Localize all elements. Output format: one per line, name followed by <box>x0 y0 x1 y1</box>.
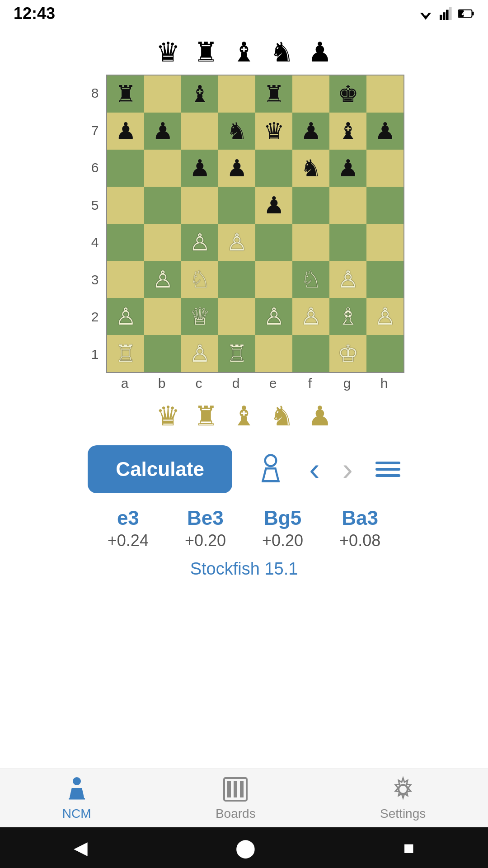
suggestion-be3[interactable]: Be3 +0.20 <box>185 507 226 550</box>
cell-e7[interactable]: ♛ <box>255 113 292 150</box>
cell-f2[interactable]: ♙ <box>292 298 329 335</box>
file-g: g <box>328 373 366 391</box>
cell-d7[interactable]: ♞ <box>218 113 255 150</box>
suggestion-e3[interactable]: e3 +0.24 <box>108 507 149 550</box>
cell-f4[interactable] <box>292 224 329 261</box>
cell-c2[interactable]: ♕ <box>181 298 218 335</box>
cell-f6[interactable]: ♞ <box>292 150 329 187</box>
black-rook-selector[interactable]: ♜ <box>194 36 218 68</box>
piece-c6: ♟ <box>189 156 211 180</box>
cell-b8[interactable] <box>144 75 181 113</box>
cell-b1[interactable] <box>144 335 181 372</box>
black-bishop-selector[interactable]: ♝ <box>232 36 256 68</box>
cell-e5[interactable]: ♟ <box>255 187 292 224</box>
cell-g6[interactable]: ♟ <box>329 150 366 187</box>
cell-d2[interactable] <box>218 298 255 335</box>
svg-rect-6 <box>449 7 452 20</box>
suggestion-ba3[interactable]: Ba3 +0.08 <box>339 507 380 550</box>
cell-f1[interactable] <box>292 335 329 372</box>
nav-boards[interactable]: Boards <box>216 776 256 821</box>
android-nav: ◀ ⬤ ■ <box>0 827 488 868</box>
nav-settings[interactable]: Settings <box>380 776 426 821</box>
cell-d3[interactable] <box>218 261 255 298</box>
cell-h4[interactable] <box>366 224 404 261</box>
cell-a7[interactable]: ♟ <box>107 113 144 150</box>
cell-h7[interactable]: ♟ <box>366 113 404 150</box>
chess-board[interactable]: ♜♝♜♚♟♟♞♛♟♝♟♟♟♞♟♟♙♙♙♘♘♙♙♕♙♙♗♙♖♙♖♔ <box>106 75 404 373</box>
piece-a7: ♟ <box>115 119 136 143</box>
cell-c6[interactable]: ♟ <box>181 150 218 187</box>
cell-e6[interactable] <box>255 150 292 187</box>
next-arrow-icon[interactable]: › <box>343 451 353 487</box>
cell-c5[interactable] <box>181 187 218 224</box>
cell-e4[interactable] <box>255 224 292 261</box>
cell-f5[interactable] <box>292 187 329 224</box>
cell-e1[interactable] <box>255 335 292 372</box>
cell-g1[interactable]: ♔ <box>329 335 366 372</box>
piece-c4: ♙ <box>189 231 211 254</box>
cell-a1[interactable]: ♖ <box>107 335 144 372</box>
cell-b3[interactable]: ♙ <box>144 261 181 298</box>
cell-f8[interactable] <box>292 75 329 113</box>
cell-f7[interactable]: ♟ <box>292 113 329 150</box>
cell-b7[interactable]: ♟ <box>144 113 181 150</box>
cell-h1[interactable] <box>366 335 404 372</box>
file-a: a <box>106 373 143 391</box>
cell-d5[interactable] <box>218 187 255 224</box>
cell-c7[interactable] <box>181 113 218 150</box>
cell-a6[interactable] <box>107 150 144 187</box>
cell-h6[interactable] <box>366 150 404 187</box>
nav-ncm[interactable]: NCM <box>62 776 91 821</box>
cell-d1[interactable]: ♖ <box>218 335 255 372</box>
back-button[interactable]: ◀ <box>74 837 88 858</box>
cell-h5[interactable] <box>366 187 404 224</box>
recents-button[interactable]: ■ <box>404 838 414 858</box>
calculate-button[interactable]: Calculate <box>88 445 232 493</box>
cell-g2[interactable]: ♗ <box>329 298 366 335</box>
prev-arrow-icon[interactable]: ‹ <box>309 451 319 487</box>
white-knight-selector[interactable]: ♞ <box>270 400 294 432</box>
black-queen-selector[interactable]: ♛ <box>156 36 180 68</box>
cell-g4[interactable] <box>329 224 366 261</box>
cell-g5[interactable] <box>329 187 366 224</box>
cell-c8[interactable]: ♝ <box>181 75 218 113</box>
cell-d8[interactable] <box>218 75 255 113</box>
cell-c1[interactable]: ♙ <box>181 335 218 372</box>
white-queen-selector[interactable]: ♛ <box>156 400 180 432</box>
cell-e2[interactable]: ♙ <box>255 298 292 335</box>
cell-d4[interactable]: ♙ <box>218 224 255 261</box>
cell-g7[interactable]: ♝ <box>329 113 366 150</box>
cell-b2[interactable] <box>144 298 181 335</box>
menu-icon[interactable] <box>375 462 400 477</box>
cell-d6[interactable]: ♟ <box>218 150 255 187</box>
move-e3: e3 <box>108 507 149 529</box>
cell-g3[interactable]: ♙ <box>329 261 366 298</box>
cell-a5[interactable] <box>107 187 144 224</box>
cell-b6[interactable] <box>144 150 181 187</box>
cell-e3[interactable] <box>255 261 292 298</box>
cell-b5[interactable] <box>144 187 181 224</box>
cell-h8[interactable] <box>366 75 404 113</box>
cell-a2[interactable]: ♙ <box>107 298 144 335</box>
cell-e8[interactable]: ♜ <box>255 75 292 113</box>
black-knight-selector[interactable]: ♞ <box>270 36 294 68</box>
cell-c4[interactable]: ♙ <box>181 224 218 261</box>
cell-b4[interactable] <box>144 224 181 261</box>
cell-g8[interactable]: ♚ <box>329 75 366 113</box>
black-pawn-selector[interactable]: ♟ <box>308 36 332 68</box>
cell-h2[interactable]: ♙ <box>366 298 404 335</box>
cell-a4[interactable] <box>107 224 144 261</box>
suggestion-bg5[interactable]: Bg5 +0.20 <box>262 507 303 550</box>
white-bishop-selector[interactable]: ♝ <box>232 400 256 432</box>
piece-g3: ♙ <box>338 268 359 291</box>
white-pawn-selector[interactable]: ♟ <box>308 400 332 432</box>
pawn-icon[interactable] <box>255 453 286 485</box>
cell-h3[interactable] <box>366 261 404 298</box>
home-button[interactable]: ⬤ <box>235 837 256 858</box>
white-rook-selector[interactable]: ♜ <box>194 400 218 432</box>
cell-c3[interactable]: ♘ <box>181 261 218 298</box>
rank-4: 4 <box>84 224 106 261</box>
cell-a3[interactable] <box>107 261 144 298</box>
cell-f3[interactable]: ♘ <box>292 261 329 298</box>
cell-a8[interactable]: ♜ <box>107 75 144 113</box>
